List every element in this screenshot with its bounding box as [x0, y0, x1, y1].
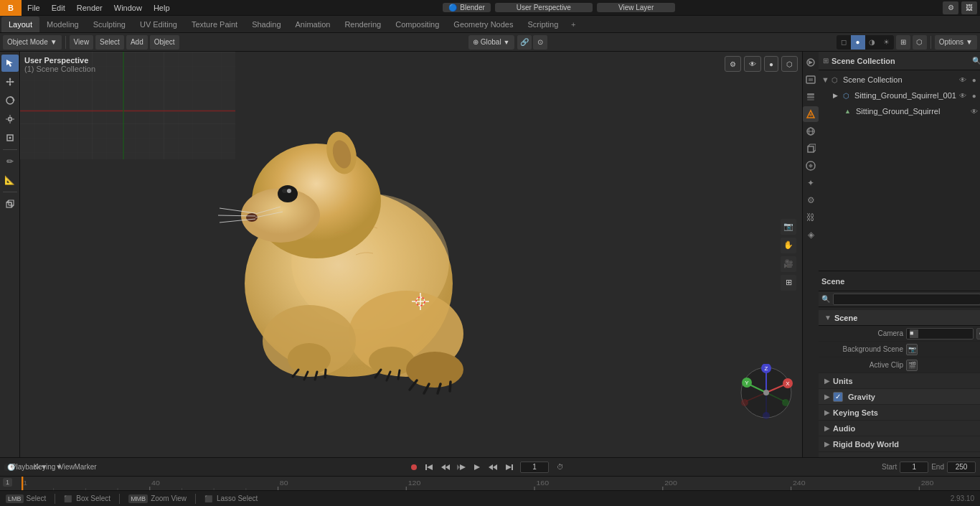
- record-btn[interactable]: [407, 461, 421, 474]
- camera-edit-icon[interactable]: ✏: [976, 328, 980, 339]
- tree-select2-icon[interactable]: ●: [969, 90, 979, 100]
- viewport-zoom-btn[interactable]: 🎥: [781, 256, 796, 272]
- tree-eye2-icon[interactable]: 👁: [958, 90, 968, 100]
- play-btn[interactable]: [470, 461, 484, 474]
- select-tool[interactable]: [1, 55, 19, 72]
- tab-sculpting[interactable]: Sculpting: [86, 17, 133, 32]
- scene-dropdown[interactable]: User Perspective: [495, 3, 593, 12]
- play-reverse-btn[interactable]: [454, 461, 468, 474]
- prop-section-rigid-body[interactable]: ▶ Rigid Body World: [819, 436, 980, 452]
- prop-particles-icon[interactable]: ✦: [803, 175, 819, 191]
- measure-tool[interactable]: 📐: [1, 172, 19, 189]
- prop-constraints-icon[interactable]: ⛓: [803, 210, 819, 225]
- viewport-shading-btn[interactable]: ⚙: [725, 56, 741, 72]
- solid-shading[interactable]: ●: [851, 35, 865, 50]
- menu-window[interactable]: Window: [108, 0, 148, 16]
- options-menu[interactable]: Options ▼: [935, 35, 977, 50]
- menu-file[interactable]: File: [22, 0, 46, 16]
- skip-to-end-btn[interactable]: [501, 461, 516, 474]
- tab-texture-paint[interactable]: Texture Paint: [184, 17, 245, 32]
- navigation-gizmo[interactable]: X Y Z: [738, 364, 795, 421]
- end-frame-input[interactable]: [947, 462, 976, 473]
- proportional-edit[interactable]: ⊙: [533, 35, 547, 50]
- rendered-shading[interactable]: ☀: [880, 35, 894, 50]
- editor-type-btn[interactable]: ⚙: [943, 1, 958, 14]
- tab-scripting[interactable]: Scripting: [520, 17, 565, 32]
- tree-item-squirrel-armature[interactable]: ▲ Sitting_Ground_Squirrel 👁 ●: [819, 103, 980, 119]
- transform-tool[interactable]: [1, 129, 19, 146]
- add-workspace-btn[interactable]: +: [565, 17, 581, 32]
- prop-output-icon[interactable]: [803, 72, 819, 88]
- viewport-overlays[interactable]: ⊞: [896, 35, 910, 50]
- active-clip-icon[interactable]: 🎬: [906, 360, 918, 371]
- xray-toggle[interactable]: ⬡: [913, 35, 927, 50]
- tree-item-squirrel-001[interactable]: ▶ ⬡ Sitting_Ground_Squirrel_001 👁 ● ◎: [819, 88, 980, 103]
- transform-orientation[interactable]: ⊕ Global ▼: [468, 35, 514, 50]
- add-cube-tool[interactable]: [1, 195, 19, 212]
- menu-edit[interactable]: Edit: [46, 0, 71, 16]
- menu-help[interactable]: Help: [148, 0, 176, 16]
- rotate-tool[interactable]: [1, 92, 19, 109]
- prop-section-keying-sets[interactable]: ▶ Keying Sets: [819, 405, 980, 421]
- prop-section-custom-props[interactable]: ▶ Custom Properties: [819, 452, 980, 457]
- marker-menu[interactable]: Marker: [78, 461, 93, 474]
- frame-ruler[interactable]: 1 40 80 120 160 200 240 280: [0, 476, 980, 490]
- add-menu[interactable]: Add: [126, 35, 148, 50]
- gravity-checkbox[interactable]: ✓: [833, 392, 843, 402]
- prev-keyframe-btn[interactable]: [438, 461, 453, 474]
- collection-filter-icon[interactable]: 🔍: [972, 57, 980, 65]
- tab-layout[interactable]: Layout: [1, 17, 39, 32]
- move-tool[interactable]: [1, 73, 19, 90]
- viewport-grid-btn[interactable]: ⊞: [781, 275, 796, 291]
- viewport-overlay-btn[interactable]: 👁: [744, 56, 761, 72]
- prop-search-input[interactable]: [833, 294, 980, 305]
- prop-view-layer-icon[interactable]: [803, 89, 819, 105]
- prop-section-gravity[interactable]: ▶ ✓ Gravity: [819, 389, 980, 405]
- timeline-options-icon[interactable]: ⏱: [553, 461, 567, 474]
- tab-compositing[interactable]: Compositing: [388, 17, 446, 32]
- view-layer-icon-btn[interactable]: 🖼: [961, 1, 977, 14]
- prop-modifier-icon[interactable]: [803, 158, 819, 174]
- prop-world-icon[interactable]: [803, 123, 819, 139]
- prop-physics-icon[interactable]: ⚙: [803, 192, 819, 208]
- tab-animation[interactable]: Animation: [288, 17, 338, 32]
- menu-render[interactable]: Render: [71, 0, 108, 16]
- next-keyframe-btn[interactable]: [486, 461, 500, 474]
- tree-item-scene-collection[interactable]: ▼ ⬡ Scene Collection 👁 ● ◎: [819, 72, 980, 88]
- tree-eye-icon[interactable]: 👁: [958, 75, 968, 85]
- tab-modeling[interactable]: Modeling: [39, 17, 86, 32]
- object-mode-dropdown[interactable]: Object Mode ▼: [3, 35, 62, 50]
- viewport-solid-btn[interactable]: ●: [764, 56, 778, 72]
- tree-eye3-icon[interactable]: 👁: [969, 106, 979, 116]
- material-shading[interactable]: ◑: [865, 35, 880, 50]
- prop-scene-icon[interactable]: [803, 106, 819, 122]
- keying-menu[interactable]: Keying ▼: [41, 461, 55, 474]
- tab-shading[interactable]: Shading: [245, 17, 288, 32]
- viewport-xray-btn[interactable]: ⬡: [781, 56, 798, 72]
- prop-section-scene[interactable]: ▼ Scene: [819, 310, 980, 326]
- view-layer-dropdown[interactable]: View Layer: [597, 3, 675, 12]
- start-frame-input[interactable]: [900, 462, 928, 473]
- prop-data-icon[interactable]: ◈: [803, 227, 819, 243]
- view-menu-timeline[interactable]: View: [60, 461, 74, 474]
- current-frame-input[interactable]: 1: [520, 462, 549, 473]
- prop-camera-value[interactable]: ■: [906, 328, 974, 339]
- tab-rendering[interactable]: Rendering: [337, 17, 388, 32]
- object-menu[interactable]: Object: [150, 35, 179, 50]
- wireframe-shading[interactable]: ◻: [837, 35, 851, 50]
- activity-dropdown[interactable]: 🔵 Blender: [443, 3, 490, 12]
- annotate-tool[interactable]: ✏: [1, 153, 19, 170]
- bg-scene-icon[interactable]: 📷: [906, 344, 918, 355]
- prop-object-icon[interactable]: [803, 141, 819, 156]
- viewport-camera-btn[interactable]: 📷: [781, 219, 796, 235]
- view-menu[interactable]: View: [70, 35, 94, 50]
- scale-tool[interactable]: [1, 111, 19, 128]
- viewport-hand-btn[interactable]: ✋: [781, 238, 796, 253]
- tree-select-icon[interactable]: ●: [969, 75, 979, 85]
- select-menu[interactable]: Select: [95, 35, 124, 50]
- snap-toggle[interactable]: 🔗: [517, 35, 532, 50]
- viewport-3d[interactable]: User Perspective (1) Scene Collection ⚙ …: [20, 52, 802, 457]
- tab-geometry-nodes[interactable]: Geometry Nodes: [446, 17, 520, 32]
- skip-to-start-btn[interactable]: [423, 461, 437, 474]
- prop-render-icon[interactable]: [803, 55, 819, 70]
